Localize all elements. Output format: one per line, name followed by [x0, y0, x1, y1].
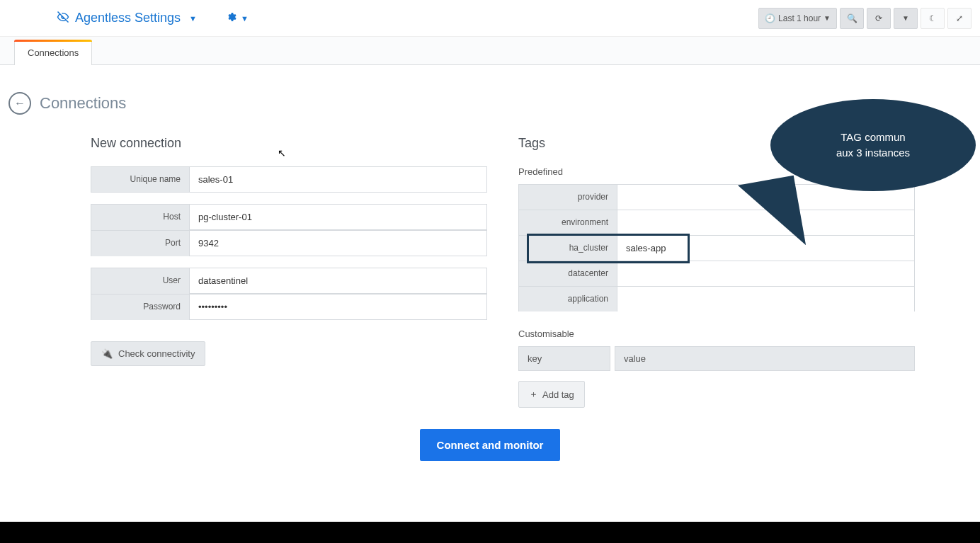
tab-label: Connections — [28, 47, 79, 58]
arrow-left-icon: ← — [14, 97, 25, 110]
label-ha-cluster: ha_cluster — [518, 235, 617, 261]
page-title: Connections — [40, 94, 126, 113]
custom-value-header: value — [615, 346, 915, 371]
caret-down-icon: ▼ — [241, 14, 249, 23]
connect-label: Connect and monitor — [437, 439, 544, 451]
label-unique-name: Unique name — [91, 166, 190, 193]
settings-dropdown[interactable]: ▼ — [225, 11, 249, 25]
back-button[interactable]: ← — [8, 92, 31, 115]
predefined-tags: provider environment ha_cluster datacent… — [518, 184, 915, 311]
tab-connections[interactable]: Connections — [14, 40, 92, 65]
footer-bar — [0, 522, 980, 543]
moon-icon: ☾ — [929, 13, 937, 23]
label-port: Port — [91, 230, 190, 256]
customisable-heading: Customisable — [518, 328, 915, 339]
field-ha-cluster: ha_cluster — [518, 235, 915, 261]
visibility-off-icon — [57, 11, 69, 26]
customisable-header-row: key value — [518, 346, 915, 371]
field-port: Port — [91, 230, 487, 256]
plug-icon: 🔌 — [101, 348, 113, 359]
input-host[interactable] — [190, 204, 487, 230]
field-password: Password — [91, 294, 487, 320]
caret-down-icon: ▼ — [902, 14, 909, 22]
callout-tail — [738, 176, 806, 255]
label-application: application — [518, 286, 617, 311]
expand-icon: ⤢ — [956, 13, 963, 23]
refresh-icon: ⟳ — [875, 13, 882, 23]
input-port[interactable] — [190, 230, 487, 256]
add-tag-button[interactable]: ＋ Add tag — [518, 381, 585, 408]
plus-icon: ＋ — [529, 388, 538, 401]
field-application: application — [518, 286, 915, 311]
time-range-label: Last 1 hour — [778, 13, 821, 23]
check-connectivity-label: Check connectivity — [118, 348, 195, 359]
time-range-button[interactable]: 🕘 Last 1 hour ▼ — [758, 8, 837, 29]
topbar: Agentless Settings ▼ ▼ 🕘 Last 1 hour ▼ 🔍… — [0, 0, 980, 37]
topbar-right: 🕘 Last 1 hour ▼ 🔍 ⟳ ▼ ☾ ⤢ — [758, 8, 972, 29]
refresh-button[interactable]: ⟳ — [867, 8, 891, 29]
field-environment: environment — [518, 210, 915, 235]
add-tag-label: Add tag — [542, 389, 574, 400]
zoom-out-icon: 🔍 — [847, 13, 858, 23]
input-password[interactable] — [190, 294, 487, 320]
callout-line1: TAG commun — [836, 130, 910, 145]
caret-down-icon: ▼ — [189, 14, 197, 23]
input-unique-name[interactable] — [190, 166, 487, 193]
label-password: Password — [91, 294, 190, 320]
custom-key-header: key — [518, 346, 610, 371]
brand-title: Agentless Settings — [75, 11, 181, 25]
gear-icon — [225, 11, 237, 25]
zoom-out-button[interactable]: 🔍 — [840, 8, 864, 29]
input-user[interactable] — [190, 268, 487, 294]
refresh-interval-button[interactable]: ▼ — [894, 8, 918, 29]
label-datacenter: datacenter — [518, 261, 617, 286]
brand-dropdown[interactable]: Agentless Settings ▼ — [57, 11, 197, 26]
field-unique-name: Unique name — [91, 166, 487, 193]
caret-down-icon: ▼ — [824, 14, 831, 22]
field-host: Host — [91, 204, 487, 230]
tabstrip: Connections — [0, 37, 980, 65]
field-datacenter: datacenter — [518, 261, 915, 286]
label-environment: environment — [518, 210, 617, 235]
clock-icon: 🕘 — [765, 13, 775, 23]
label-user: User — [91, 268, 190, 294]
label-host: Host — [91, 204, 190, 230]
field-user: User — [91, 268, 487, 294]
new-connection-section: New connection Unique name Host Port — [91, 136, 487, 408]
input-application[interactable] — [617, 286, 915, 311]
check-connectivity-button[interactable]: 🔌 Check connectivity — [91, 341, 205, 366]
label-provider: provider — [518, 184, 617, 210]
dark-mode-button[interactable]: ☾ — [921, 8, 945, 29]
input-datacenter[interactable] — [617, 261, 915, 286]
fullscreen-button[interactable]: ⤢ — [947, 8, 972, 29]
connect-and-monitor-button[interactable]: Connect and monitor — [420, 429, 561, 461]
callout-bubble: TAG commun aux 3 instances — [770, 99, 976, 191]
callout-line2: aux 3 instances — [836, 145, 910, 161]
section-title: New connection — [91, 136, 487, 151]
